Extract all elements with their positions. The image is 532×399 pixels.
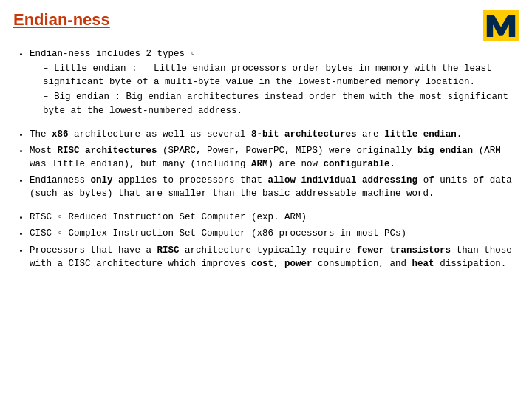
list-item-x86: The x86 architecture as well as several …: [30, 128, 519, 141]
list-item-cisc-def: CISC ▫ Complex Instruction Set Computer …: [30, 227, 519, 240]
list-item-endianness: Endianness only applies to processors th…: [30, 174, 519, 200]
x86-text: The x86 architecture as well as several …: [30, 129, 462, 140]
gap-1: [13, 120, 519, 128]
little-endian-text: Little endian : Little endian processors…: [43, 64, 492, 87]
list-item-risc-def: RISC ▫ Reduced Instruction Set Computer …: [30, 211, 519, 224]
sub-item-little: Little endian : Little endian processors…: [43, 62, 519, 89]
risc-def-text: RISC ▫ Reduced Instruction Set Computer …: [30, 212, 307, 222]
main-list: Endian-ness includes 2 types ▫ Little en…: [13, 47, 519, 117]
risc-text: Most RISC architectures (SPARC, Power, P…: [30, 146, 501, 169]
sub-list-endian: Little endian : Little endian processors…: [30, 62, 519, 117]
list-item-types: Endian-ness includes 2 types ▫ Little en…: [30, 47, 519, 117]
processors-text: Processors that have a RISC architecture…: [30, 245, 512, 269]
endianness-text: Endianness only applies to processors th…: [30, 175, 512, 199]
cisc-def-text: CISC ▫ Complex Instruction Set Computer …: [30, 228, 406, 239]
content-area: Endian-ness includes 2 types ▫ Little en…: [13, 47, 519, 270]
university-logo: [483, 10, 519, 41]
list-item-risc: Most RISC architectures (SPARC, Power, P…: [30, 144, 519, 171]
list-item-processors: Processors that have a RISC architecture…: [30, 244, 519, 270]
big-endian-text: Big endian : Big endian architectures in…: [43, 92, 508, 115]
page: Endian-ness Endian-ness includes 2 types…: [0, 0, 532, 399]
types-text: Endian-ness includes 2 types ▫: [30, 49, 196, 59]
sub-item-big: Big endian : Big endian architectures in…: [43, 90, 519, 117]
main-list-2: The x86 architecture as well as several …: [13, 128, 519, 201]
main-list-3: RISC ▫ Reduced Instruction Set Computer …: [13, 211, 519, 270]
page-title: Endian-ness: [13, 10, 110, 30]
header: Endian-ness: [13, 10, 519, 41]
gap-2: [13, 203, 519, 211]
